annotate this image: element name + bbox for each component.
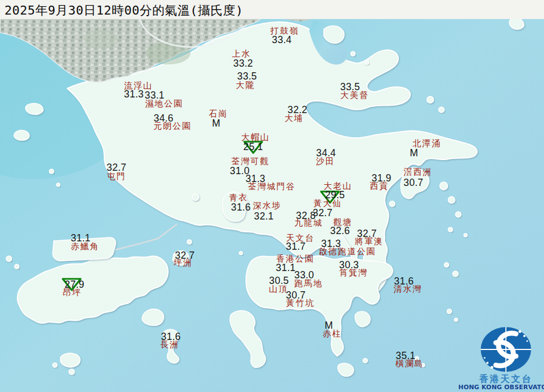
station-name: 黃竹坑	[286, 299, 315, 308]
station-value: 33.2	[233, 59, 253, 69]
station-name: 黃大仙	[314, 199, 342, 208]
station-value: 32.7	[313, 208, 332, 218]
station-value: 32.1	[254, 212, 273, 222]
station-name: 清水灣	[394, 285, 422, 294]
station-value: 31.3	[124, 90, 143, 100]
station-name: 西貢	[370, 182, 389, 191]
station-name: 九龍城	[295, 219, 323, 228]
station-name: 青衣	[229, 194, 248, 203]
station-name: 橫瀾島	[396, 360, 424, 368]
station-name: 沙田	[316, 157, 335, 166]
station-name: 大帽山	[241, 133, 270, 142]
station-name: 元朗公園	[154, 122, 192, 131]
station-name: 將軍澳	[355, 237, 384, 246]
station-value: 30.7	[403, 178, 423, 188]
station-name: 長洲	[160, 340, 179, 349]
hko-logo-icon	[458, 325, 544, 373]
station-name: 滘西洲	[404, 168, 433, 177]
station-name: 屯門	[107, 172, 126, 181]
station-name: 北潭涌	[413, 139, 441, 148]
station-name: 荃灣城門谷	[248, 183, 296, 192]
station-name: 坪洲	[174, 259, 193, 268]
hko-logo: 香港天文台 HONG KONG OBSERVATORY	[458, 325, 544, 392]
station-name: 山頂	[269, 285, 288, 294]
station-name: 觀塘	[333, 218, 352, 227]
station-value: M	[212, 119, 221, 129]
hko-logo-english: HONG KONG OBSERVATORY	[458, 384, 544, 391]
station-value: 31.7	[286, 242, 305, 252]
station-name: 大老山	[324, 182, 352, 191]
station-value: 31.1	[276, 263, 295, 273]
station-value: 32.6	[330, 226, 350, 236]
station-name: 石崗	[209, 110, 228, 119]
station-name: 跑馬地	[295, 279, 323, 288]
station-name: 筲箕灣	[340, 269, 368, 278]
station-name: 啟德跑道公園	[319, 248, 376, 256]
station-name: 赤鱲角	[71, 242, 100, 251]
station-name: 大埔	[285, 114, 304, 123]
station-name: 赤柱	[323, 330, 342, 339]
station-name: 打鼓嶺	[271, 27, 299, 36]
station-name: 荃灣可觀	[231, 157, 269, 166]
station-value: 33.4	[272, 35, 291, 45]
station-name: 深水埗	[253, 202, 282, 211]
station-name: 天文台	[286, 234, 315, 243]
map-title: 2025年9月30日12時00分的氣溫(攝氏度)	[0, 0, 544, 19]
station-name: 昂坪	[63, 288, 82, 297]
station-name: 香港公園	[276, 255, 314, 264]
station-value: 31.6	[231, 203, 250, 213]
station-value: M	[410, 148, 419, 158]
station-name: 大隴	[236, 81, 255, 90]
station-name: 上水	[232, 50, 251, 59]
station-name: 大美督	[341, 91, 369, 100]
station-value: 25.1	[243, 142, 263, 152]
station-name: 濕地公園	[145, 100, 183, 109]
